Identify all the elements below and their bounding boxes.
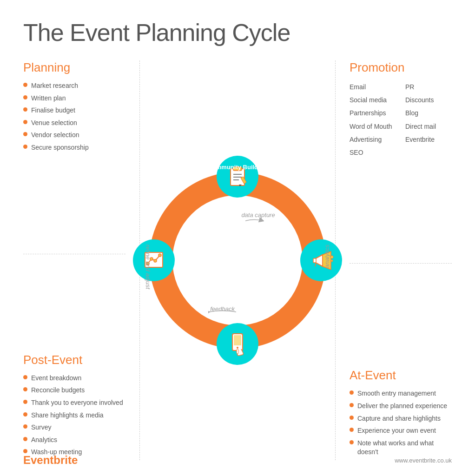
website-url: www.eventbrite.co.uk <box>395 457 452 464</box>
bullet-icon <box>350 390 354 395</box>
list-item: Market research <box>23 81 125 91</box>
post-event-icon-circle <box>133 239 175 281</box>
refine-adjust-label: refine and adjust <box>145 245 152 289</box>
at-event-title: At-Event <box>350 368 452 383</box>
list-item: Venue selection <box>23 119 125 128</box>
promotion-icon-circle <box>300 239 342 281</box>
bullet-icon <box>23 375 27 379</box>
bullet-icon <box>23 424 27 429</box>
promo-item: Eventbrite <box>405 134 452 145</box>
promotion-section: Promotion Email PR Social media Discount… <box>350 60 452 159</box>
at-event-section: At-Event Smooth entry management Deliver… <box>350 368 452 460</box>
bullet-icon <box>23 437 27 441</box>
list-item: Finalise budget <box>23 106 125 115</box>
promo-item: PR <box>405 81 452 93</box>
left-column: Planning Market research Written plan Fi… <box>23 60 125 460</box>
at-event-icon-circle <box>217 323 258 365</box>
right-column: Promotion Email PR Social media Discount… <box>350 60 452 460</box>
list-item: Deliver the planned experience <box>350 402 452 411</box>
list-item: Capture and share highlights <box>350 414 452 423</box>
list-item: Share highlights & media <box>23 411 125 420</box>
promo-item: Social media <box>350 94 396 106</box>
svg-point-21 <box>158 254 161 257</box>
planning-list: Market research Written plan Finalise bu… <box>23 81 125 152</box>
promo-item: Direct mail <box>405 121 452 132</box>
planning-title: Planning <box>23 60 125 75</box>
promo-item: Word of Mouth <box>350 121 396 132</box>
at-event-list: Smooth entry management Deliver the plan… <box>350 389 452 457</box>
svg-rect-14 <box>234 335 241 345</box>
bullet-icon <box>23 95 27 99</box>
promo-item: Blog <box>405 107 452 119</box>
svg-line-10 <box>315 263 316 266</box>
list-item: Reconcile budgets <box>23 386 125 395</box>
page: The Event Planning Cycle Planning Market… <box>0 0 475 476</box>
list-item: Smooth entry management <box>350 389 452 398</box>
svg-rect-9 <box>313 258 316 263</box>
bullet-icon <box>23 400 27 404</box>
list-item: Thank you to everyone involved <box>23 398 125 408</box>
brand-logo: Eventbrite <box>23 454 78 467</box>
list-item: Vendor selection <box>23 131 125 140</box>
bullet-icon <box>23 449 27 453</box>
promotion-title: Promotion <box>350 60 452 75</box>
feedback-arrow <box>208 308 236 316</box>
promo-item: Discounts <box>405 94 452 106</box>
bullet-icon <box>350 416 354 420</box>
list-item: Analytics <box>23 436 125 445</box>
planning-icon-circle <box>217 156 258 198</box>
cycle-container: Community Building data capture analytic… <box>140 163 335 358</box>
post-event-title: Post-Event <box>23 353 125 367</box>
svg-point-20 <box>154 259 157 262</box>
mobile-hand-icon <box>225 331 251 357</box>
promo-item: Email <box>350 81 396 93</box>
promo-item: Partnerships <box>350 107 396 119</box>
footer: Eventbrite www.eventbrite.co.uk <box>23 454 452 467</box>
ring-inner <box>172 195 303 325</box>
page-title: The Event Planning Cycle <box>23 19 452 46</box>
community-building-label: Community Building <box>208 164 267 171</box>
svg-rect-16 <box>237 349 238 354</box>
cycle-diagram: Community Building data capture analytic… <box>125 60 350 460</box>
data-capture-arrow <box>245 216 264 225</box>
svg-point-12 <box>331 260 333 262</box>
post-event-section: Post-Event Event breakdown Reconcile bud… <box>23 353 125 460</box>
bullet-icon <box>23 120 27 124</box>
bullet-icon <box>23 107 27 112</box>
planning-section: Planning Market research Written plan Fi… <box>23 60 125 156</box>
content-area: Planning Market research Written plan Fi… <box>23 60 452 460</box>
promotion-grid: Email PR Social media Discounts Partners… <box>350 81 452 159</box>
list-item: Experience your own event <box>350 426 452 436</box>
bullet-icon <box>23 412 27 416</box>
bullet-icon <box>23 83 27 87</box>
bullet-icon <box>350 440 354 444</box>
bullet-icon <box>23 132 27 136</box>
promo-item: Advertising <box>350 134 396 145</box>
bullet-icon <box>350 428 354 432</box>
list-item: Secure sponsorship <box>23 143 125 152</box>
promo-item: SEO <box>350 147 396 159</box>
bullet-icon <box>350 403 354 407</box>
list-item: Event breakdown <box>23 374 125 383</box>
svg-marker-7 <box>316 255 323 266</box>
analytics-label: analytics <box>323 245 330 268</box>
list-item: Written plan <box>23 94 125 103</box>
promo-item <box>405 147 452 159</box>
bullet-icon <box>23 145 27 149</box>
horizontal-divider-right <box>350 263 452 264</box>
svg-point-11 <box>330 256 333 258</box>
list-item: Survey <box>23 423 125 432</box>
post-event-list: Event breakdown Reconcile budgets Thank … <box>23 374 125 457</box>
bullet-icon <box>23 387 27 391</box>
svg-point-15 <box>237 347 238 349</box>
horizontal-divider <box>23 254 125 254</box>
